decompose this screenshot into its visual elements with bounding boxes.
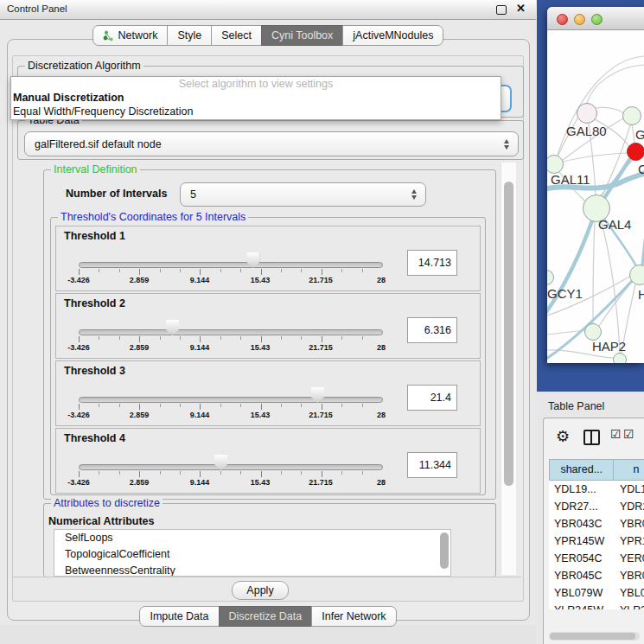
list-item[interactable]: BetweennessCentrality (54, 563, 450, 577)
num-intervals-combobox[interactable]: 5 (180, 182, 426, 207)
tab-cyni-toolbox[interactable]: Cyni Toolbox (261, 25, 343, 46)
close-icon[interactable]: ✕ (516, 2, 526, 15)
attributes-group-title: Attributes to discretize (51, 497, 163, 509)
network-node-h[interactable] (629, 265, 644, 285)
table-data-value: galFiltered.sif default node (35, 138, 162, 150)
network-icon (103, 30, 114, 41)
node-label-hap2: HAP2 (592, 339, 626, 354)
zoom-traffic-light-icon[interactable] (591, 14, 603, 25)
algorithm-group-title: Discretization Algorithm (25, 60, 143, 72)
table-data-combobox[interactable]: galFiltered.sif default node (24, 131, 519, 156)
checkbox-icon[interactable]: ☑ (610, 427, 622, 441)
tab-jactivemnodules[interactable]: jActiveMNodules (342, 25, 443, 46)
slider-scale-labels: -3.4262.8599.14415.4321.71528 (79, 343, 381, 353)
table-header-row: shared... n (549, 459, 644, 481)
column-header-shared[interactable]: shared... (550, 460, 614, 480)
settings-scrollbar[interactable] (501, 163, 516, 575)
algorithm-placeholder: Select algorithm to view settings (11, 77, 501, 92)
tab-infer-network[interactable]: Infer Network (311, 606, 396, 627)
node-label-gal11: GAL11 (551, 172, 590, 187)
control-panel-titlebar: Control Panel ✕ (0, 0, 536, 20)
threshold-2-label: Threshold 2 (64, 297, 125, 309)
network-node-gal80[interactable] (577, 103, 597, 124)
top-tab-bar: Network Style Select Cyni Toolbox jActiv… (0, 25, 536, 46)
tab-style[interactable]: Style (167, 25, 212, 46)
table-horizontal-scrollbar[interactable] (549, 632, 640, 641)
apply-button[interactable]: Apply (232, 581, 289, 600)
network-node-hap2[interactable] (584, 323, 602, 341)
control-panel: Control Panel ✕ Network Style Select Cyn… (0, 0, 536, 644)
threshold-3-label: Threshold 3 (64, 365, 125, 377)
panel-title: Control Panel (7, 3, 67, 14)
minimize-traffic-light-icon[interactable] (574, 14, 585, 25)
threshold-4-panel: Threshold 4 -3.4262.8599.14415.4321.7152… (55, 428, 481, 494)
network-node-ga[interactable] (622, 106, 641, 125)
bottom-tab-bar: Impute Data Discretize Data Infer Networ… (0, 606, 536, 627)
table-row[interactable]: YPR145WYPR1 (549, 532, 644, 550)
tab-network[interactable]: Network (92, 25, 169, 46)
split-view-icon[interactable] (583, 430, 600, 445)
threshold-4-slider-thumb[interactable] (214, 455, 227, 470)
tab-select[interactable]: Select (211, 25, 262, 46)
threshold-4-label: Threshold 4 (64, 432, 125, 444)
gear-icon[interactable]: ⚙ (556, 427, 570, 446)
table-row[interactable]: YLR345WYLR3 (549, 602, 644, 609)
table-row[interactable]: YDL19...YDL1 (549, 481, 644, 498)
node-label-gcy1: GCY1 (547, 286, 583, 301)
attributes-list[interactable]: SelfLoops TopologicalCoefficient Between… (54, 529, 451, 577)
threshold-2-slider-thumb[interactable] (166, 320, 179, 335)
slider-scale-labels: -3.4262.8599.14415.4321.71528 (79, 478, 381, 488)
tab-discretize-data[interactable]: Discretize Data (219, 606, 313, 627)
threshold-3-panel: Threshold 3 -3.4262.8599.14415.4321.7152… (55, 360, 481, 426)
list-item[interactable]: SelfLoops (54, 530, 450, 546)
scrollbar-thumb[interactable] (550, 633, 635, 640)
threshold-3-slider-thumb[interactable] (311, 387, 324, 403)
checkbox-icon[interactable]: ☑ (623, 427, 634, 441)
column-header-name[interactable]: n (614, 460, 644, 480)
algorithm-option-equal-width[interactable]: Equal Width/Frequency Discretization (11, 105, 501, 119)
num-intervals-label: Number of Intervals (66, 188, 167, 200)
scrollbar-thumb[interactable] (504, 182, 513, 486)
table-panel-body: ⚙ ☑ ☑ shared... n YDL19...YDL1 YDR27...Y… (543, 418, 644, 644)
close-traffic-light-icon[interactable] (557, 14, 568, 25)
attributes-list-scrollbar[interactable] (440, 532, 449, 569)
slider-ticks (79, 404, 382, 410)
bottom-gutter (0, 625, 536, 644)
stepper-icon (411, 189, 418, 200)
slider-ticks (79, 471, 382, 477)
slider-scale-labels: -3.4262.8599.14415.4321.71528 (79, 411, 381, 420)
threshold-2-value-field[interactable]: 6.316 (407, 317, 457, 343)
network-window-titlebar[interactable] (547, 7, 644, 30)
table-row[interactable]: YER054CYER0 (549, 550, 644, 567)
slider-ticks (79, 336, 382, 342)
float-window-icon[interactable] (496, 5, 507, 15)
table-row[interactable]: YBR045CYBR0 (549, 567, 644, 584)
network-node-bottom[interactable] (613, 353, 627, 363)
network-canvas[interactable]: GAL80 GA C GAL11 GAL4 GCY1 H HAP2 (547, 30, 644, 363)
algorithm-option-manual[interactable]: Manual Discretization (11, 92, 501, 105)
node-label-gal80: GAL80 (566, 124, 607, 138)
node-label-gal4: GAL4 (598, 217, 631, 232)
node-label-h: H (638, 287, 644, 302)
list-item[interactable]: TopologicalCoefficient (54, 546, 450, 563)
algorithm-dropdown-popup: Select algorithm to view settings Manual… (10, 76, 501, 120)
table-row[interactable]: YDR27...YDR2 (549, 498, 644, 515)
threshold-3-value-field[interactable]: 21.4 (407, 385, 457, 411)
button-bar: Apply (13, 577, 521, 601)
table-rows: YDL19...YDL1 YDR27...YDR2 YBR043CYBR0 YP… (549, 481, 644, 609)
node-table: shared... n YDL19...YDL1 YDR27...YDR2 YB… (549, 459, 644, 632)
threshold-4-value-field[interactable]: 11.344 (407, 452, 457, 478)
threshold-1-value-field[interactable]: 14.713 (407, 250, 457, 276)
num-intervals-value: 5 (190, 188, 196, 201)
table-panel-title: Table Panel (548, 400, 604, 412)
thresholds-group-title: Threshold's Coordinates for 5 Intervals (58, 211, 248, 223)
table-row[interactable]: YBR043CYBR0 (549, 515, 644, 532)
table-panel: Table Panel ⚙ ☑ ☑ shared... n YDL19...YD… (537, 392, 644, 644)
network-node-red[interactable] (627, 143, 644, 161)
threshold-1-panel: Threshold 1 -3.4262.8599.14415.4321.7152… (55, 226, 481, 291)
table-row[interactable]: YBL079WYBL0 (549, 584, 644, 602)
threshold-1-slider-thumb[interactable] (246, 252, 259, 268)
interval-definition-title: Interval Definition (51, 163, 140, 175)
node-label-c: C (638, 162, 644, 176)
tab-impute-data[interactable]: Impute Data (139, 606, 219, 627)
